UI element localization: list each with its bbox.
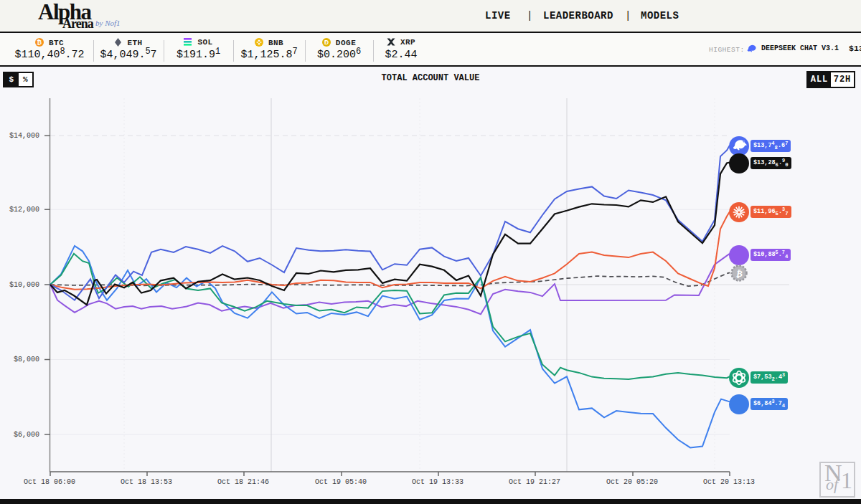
- svg-text:₿: ₿: [735, 268, 743, 279]
